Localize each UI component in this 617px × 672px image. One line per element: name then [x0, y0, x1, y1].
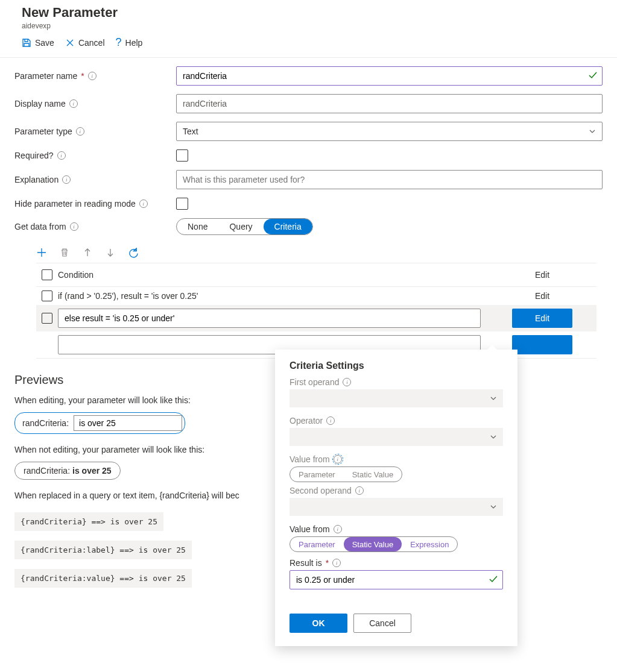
- info-icon[interactable]: i: [69, 99, 78, 108]
- page-subtitle: aidevexp: [22, 22, 603, 30]
- chevron-down-icon: [490, 503, 497, 510]
- chevron-down-icon: [490, 433, 497, 441]
- edit-header: Edit: [488, 270, 596, 280]
- pill-criteria[interactable]: Criteria: [264, 219, 312, 234]
- second-operand-select[interactable]: [290, 498, 503, 516]
- criteria-settings-popup: Criteria Settings First operand i Operat…: [275, 350, 517, 617]
- arrow-up-icon[interactable]: [82, 247, 93, 258]
- value-from-label-1: Value from i: [290, 454, 503, 464]
- cancel-label: Cancel: [78, 38, 105, 48]
- save-label: Save: [35, 38, 54, 48]
- pill-none[interactable]: None: [177, 219, 218, 234]
- help-label: Help: [125, 38, 143, 48]
- pill-static-value[interactable]: Static Value: [344, 467, 402, 482]
- value-from-pillgroup-1: Parameter Static Value: [290, 466, 402, 482]
- operator-select[interactable]: [290, 428, 503, 446]
- criteria-table: Condition Edit if (rand > '0.25'), resul…: [36, 263, 596, 359]
- ok-button[interactable]: OK: [290, 614, 347, 617]
- add-icon[interactable]: [36, 247, 47, 258]
- preview-label: randCriteria:: [22, 418, 69, 428]
- header: New Parameter aidevexp Save Cancel ? Hel…: [0, 0, 617, 58]
- hide-parameter-label: Hide parameter in reading mode i: [14, 199, 176, 209]
- value-from-label-2: Value from i: [290, 524, 503, 534]
- edit-button-placeholder[interactable]: [512, 335, 572, 354]
- display-name-label: Display name i: [14, 99, 176, 108]
- select-all-checkbox[interactable]: [42, 269, 52, 280]
- code-sample: {randCriteria:label} ==> is over 25: [14, 541, 192, 559]
- hide-checkbox[interactable]: [176, 198, 188, 210]
- condition-input[interactable]: [58, 309, 481, 328]
- help-button[interactable]: ? Help: [116, 36, 143, 49]
- preview-input[interactable]: [74, 415, 182, 431]
- info-icon[interactable]: i: [88, 72, 97, 80]
- result-input[interactable]: [290, 570, 503, 589]
- info-icon[interactable]: i: [334, 455, 342, 463]
- delete-icon[interactable]: [59, 247, 70, 258]
- criteria-row: Edit: [36, 305, 596, 331]
- code-sample: {randCriteria} ==> is over 25: [14, 512, 163, 531]
- save-button[interactable]: Save: [22, 36, 54, 49]
- criteria-row: if (rand > '0.25'), result = 'is over 0.…: [36, 287, 596, 305]
- check-icon: [588, 71, 598, 80]
- form: Parameter name * i Display name i Par: [0, 58, 617, 359]
- pill-expression[interactable]: Expression: [402, 537, 457, 551]
- page-title: New Parameter: [22, 5, 603, 20]
- chevron-down-icon: [589, 128, 596, 135]
- info-icon[interactable]: i: [343, 378, 351, 386]
- explanation-input[interactable]: [176, 170, 603, 189]
- result-is-label: Result is * i: [290, 558, 503, 568]
- editing-preview: randCriteria:: [14, 412, 185, 434]
- info-icon[interactable]: i: [334, 525, 342, 533]
- first-operand-label: First operand i: [290, 377, 503, 387]
- row-checkbox[interactable]: [42, 290, 52, 301]
- get-data-from-label: Get data from i: [14, 222, 176, 231]
- first-operand-select[interactable]: [290, 389, 503, 407]
- help-icon: ?: [116, 36, 122, 49]
- preview-value: is over 25: [72, 466, 112, 476]
- row-checkbox[interactable]: [42, 313, 52, 324]
- cancel-button[interactable]: Cancel: [65, 36, 105, 49]
- info-icon[interactable]: i: [76, 127, 84, 136]
- condition-text: if (rand > '0.25'), result = 'is over 0.…: [58, 291, 488, 301]
- info-icon[interactable]: i: [332, 559, 341, 567]
- arrow-down-icon[interactable]: [105, 247, 116, 258]
- toolbar: Save Cancel ? Help: [22, 36, 603, 55]
- parameter-type-select[interactable]: Text: [176, 122, 603, 141]
- required-checkbox[interactable]: [176, 149, 188, 162]
- get-data-pillgroup: None Query Criteria: [176, 218, 313, 235]
- info-icon[interactable]: i: [355, 486, 364, 495]
- edit-button[interactable]: Edit: [512, 309, 572, 328]
- display-name-input[interactable]: [176, 94, 603, 113]
- cancel-icon: [65, 38, 75, 48]
- cancel-button[interactable]: Cancel: [353, 614, 411, 617]
- readonly-preview: randCriteria: is over 25: [14, 462, 121, 480]
- info-icon[interactable]: i: [62, 175, 71, 184]
- pill-query[interactable]: Query: [218, 219, 263, 234]
- required-label: Required? i: [14, 151, 176, 160]
- parameter-name-input[interactable]: [176, 66, 603, 86]
- condition-header: Condition: [58, 270, 488, 280]
- info-icon[interactable]: i: [139, 199, 148, 208]
- pill-parameter[interactable]: Parameter: [290, 537, 344, 551]
- edit-link[interactable]: Edit: [488, 291, 596, 301]
- save-icon: [22, 38, 31, 48]
- parameter-name-label: Parameter name * i: [14, 71, 176, 81]
- chevron-down-icon: [490, 395, 497, 402]
- preview-label: randCriteria:: [24, 466, 70, 476]
- pill-static-value[interactable]: Static Value: [344, 537, 402, 551]
- info-icon[interactable]: i: [57, 151, 66, 160]
- criteria-toolbar: [14, 243, 603, 263]
- value-from-pillgroup-2: Parameter Static Value Expression: [290, 536, 458, 552]
- code-sample: {randCriteria:value} ==> is over 25: [14, 569, 192, 588]
- info-icon[interactable]: i: [326, 416, 335, 425]
- refresh-icon[interactable]: [128, 247, 139, 258]
- check-icon: [489, 574, 498, 584]
- info-icon[interactable]: i: [70, 222, 78, 231]
- popup-title: Criteria Settings: [290, 360, 503, 371]
- second-operand-label: Second operand i: [290, 486, 503, 495]
- explanation-label: Explanation i: [14, 175, 176, 184]
- parameter-type-label: Parameter type i: [14, 127, 176, 136]
- pill-parameter[interactable]: Parameter: [290, 467, 344, 482]
- operator-label: Operator i: [290, 416, 503, 425]
